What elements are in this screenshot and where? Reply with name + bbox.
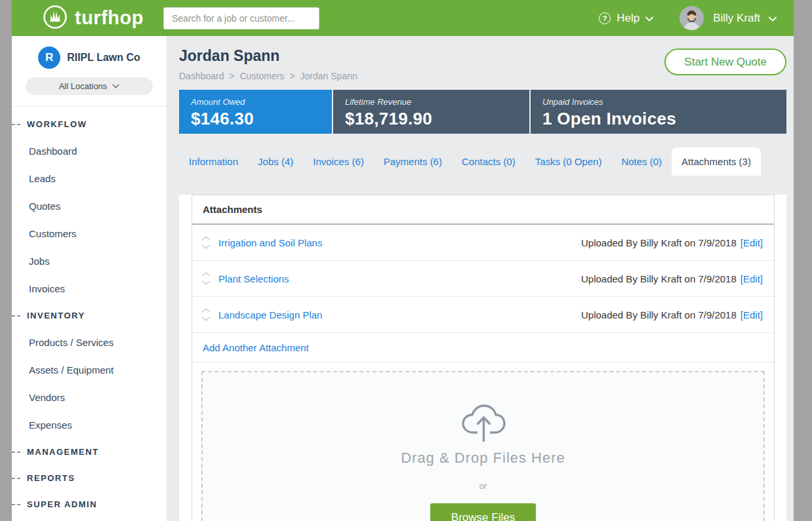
- nav-section-reports[interactable]: REPORTS: [12, 465, 167, 491]
- tab-notes[interactable]: Notes (0): [611, 147, 672, 176]
- company-header: R RIIPL Lawn Co: [12, 36, 167, 69]
- company-name: RIIPL Lawn Co: [67, 52, 140, 64]
- breadcrumb-separator: >: [230, 71, 235, 81]
- cloud-upload-icon: [458, 433, 508, 444]
- chevron-up-icon[interactable]: [201, 236, 211, 241]
- sidebar-item-assets-equipment[interactable]: Assets / Equipment: [12, 356, 167, 383]
- dashes-icon: [12, 315, 20, 317]
- sidebar-item-products-services[interactable]: Products / Services: [12, 328, 167, 356]
- location-label: All Locations: [59, 81, 108, 91]
- chevron-down-icon: [112, 84, 119, 88]
- sidebar-item-leads[interactable]: Leads: [12, 164, 167, 192]
- app-window: turfhop ? Help Billy Kraft: [12, 0, 794, 521]
- tab-contacts[interactable]: Contacts (0): [452, 147, 525, 176]
- tab-tasks[interactable]: Tasks (0 Open): [525, 147, 612, 176]
- reorder-handle[interactable]: [201, 236, 211, 250]
- attachment-row: Irrigation and Soil Plans Uploaded By Bi…: [192, 225, 774, 261]
- chevron-down-icon[interactable]: [201, 244, 211, 250]
- attachment-row: Landscape Design Plan Uploaded By Billy …: [192, 297, 774, 333]
- avatar[interactable]: [680, 6, 704, 30]
- breadcrumb-current: Jordan Spann: [300, 71, 357, 81]
- add-attachment-link[interactable]: Add Another Attachment: [203, 342, 309, 353]
- chevron-up-icon[interactable]: [201, 308, 211, 313]
- sidebar-item-expenses[interactable]: Expenses: [12, 411, 167, 438]
- edit-link[interactable]: [Edit]: [741, 237, 763, 248]
- browse-files-button[interactable]: Browse Files: [430, 503, 536, 521]
- dropzone-title: Drag & Drop Files Here: [203, 450, 763, 467]
- reorder-handle[interactable]: [201, 308, 211, 322]
- attachment-meta: Uploaded By Billy Kraft on 7/9/2018: [581, 273, 737, 284]
- main-content: Jordan Spann Dashboard > Customers > Jor…: [167, 36, 794, 521]
- help-label: Help: [617, 12, 639, 25]
- dashes-icon: [12, 452, 20, 453]
- tab-attachments[interactable]: Attachments (3): [672, 147, 761, 176]
- chevron-down-icon[interactable]: [201, 317, 211, 322]
- attachment-link[interactable]: Plant Selections: [218, 273, 289, 284]
- sidebar-item-customers[interactable]: Customers: [12, 220, 167, 247]
- dashes-icon: [12, 504, 20, 505]
- breadcrumb-separator: >: [289, 71, 294, 81]
- attachment-link[interactable]: Landscape Design Plan: [218, 309, 322, 320]
- chevron-down-icon: [645, 12, 653, 25]
- location-selector[interactable]: All Locations: [26, 77, 153, 95]
- dashes-icon: [12, 124, 20, 125]
- edit-link[interactable]: [Edit]: [741, 273, 763, 284]
- chevron-down-icon[interactable]: [201, 280, 211, 286]
- company-logo: R: [38, 47, 60, 69]
- file-dropzone[interactable]: Drag & Drop Files Here or Browse Files: [201, 371, 765, 521]
- stat-amount-owed: Amount Owed $146.30: [179, 90, 332, 134]
- attachment-meta: Uploaded By Billy Kraft on 7/9/2018: [581, 237, 737, 248]
- breadcrumb-dashboard[interactable]: Dashboard: [179, 71, 224, 81]
- tab-invoices[interactable]: Invoices (6): [303, 147, 374, 176]
- add-attachment-row: Add Another Attachment: [192, 333, 774, 362]
- sidebar-item-quotes[interactable]: Quotes: [12, 192, 167, 220]
- sidebar: R RIIPL Lawn Co All Locations WORKFLOW D…: [12, 36, 167, 521]
- breadcrumb-customers[interactable]: Customers: [240, 71, 285, 81]
- edit-link[interactable]: [Edit]: [741, 309, 763, 320]
- sidebar-item-jobs[interactable]: Jobs: [12, 247, 167, 275]
- nav-section-management[interactable]: MANAGEMENT: [12, 438, 167, 465]
- sidebar-nav: WORKFLOW Dashboard Leads Quotes Customer…: [12, 107, 167, 517]
- dashes-icon: [12, 478, 20, 479]
- nav-section-workflow: WORKFLOW: [12, 111, 167, 137]
- user-name[interactable]: Billy Kraft: [713, 12, 760, 25]
- attachment-link[interactable]: Irrigation and Soil Plans: [218, 237, 322, 248]
- stat-lifetime-revenue: Lifetime Revenue $18,719.90: [333, 90, 529, 134]
- chevron-up-icon[interactable]: [201, 272, 211, 277]
- start-new-quote-button[interactable]: Start New Quote: [664, 48, 786, 75]
- sidebar-item-vendors[interactable]: Vendors: [12, 383, 167, 411]
- tab-information[interactable]: Information: [179, 147, 248, 176]
- dropzone-or-label: or: [203, 481, 763, 491]
- stats-bar: Amount Owed $146.30 Lifetime Revenue $18…: [179, 90, 786, 134]
- top-navbar: turfhop ? Help Billy Kraft: [12, 0, 794, 36]
- stat-unpaid-invoices: Unpaid Invoices 1 Open Invoices: [531, 90, 786, 134]
- help-icon: ?: [599, 12, 611, 24]
- attachment-meta: Uploaded By Billy Kraft on 7/9/2018: [581, 309, 737, 320]
- turfhop-grass-icon: [42, 4, 68, 33]
- attachments-card: Attachments Irrigation and Soil Plans Up…: [192, 195, 775, 521]
- tab-payments[interactable]: Payments (6): [374, 147, 452, 176]
- attachments-card-title: Attachments: [192, 195, 774, 225]
- help-menu[interactable]: ? Help: [599, 12, 653, 25]
- reorder-handle[interactable]: [201, 272, 211, 286]
- sidebar-item-invoices[interactable]: Invoices: [12, 275, 167, 302]
- attachments-panel: Attachments Irrigation and Soil Plans Up…: [179, 195, 786, 521]
- search-input[interactable]: [163, 7, 319, 29]
- user-chevron-down-icon[interactable]: [769, 12, 777, 24]
- tab-jobs[interactable]: Jobs (4): [248, 147, 303, 176]
- sidebar-item-dashboard[interactable]: Dashboard: [12, 137, 167, 164]
- attachment-row: Plant Selections Uploaded By Billy Kraft…: [192, 261, 774, 297]
- brand-name: turfhop: [75, 7, 144, 29]
- brand-logo[interactable]: turfhop: [42, 4, 144, 33]
- nav-section-super-admin[interactable]: SUPER ADMIN: [12, 491, 167, 517]
- nav-section-inventory: INVENTORY: [12, 302, 167, 328]
- tab-bar: Information Jobs (4) Invoices (6) Paymen…: [179, 147, 786, 176]
